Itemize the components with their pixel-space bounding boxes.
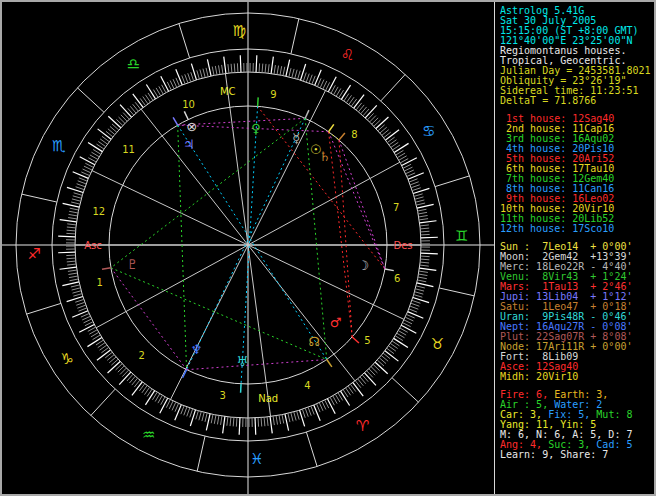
degree-tick (69, 211, 78, 213)
degree-tick (68, 270, 77, 271)
degree-tick (415, 197, 424, 199)
degree-tick (191, 72, 194, 81)
degree-tick (421, 237, 438, 238)
degree-tick (303, 73, 306, 82)
degree-tick (175, 405, 182, 421)
degree-tick (79, 178, 87, 181)
degree-tick (63, 203, 80, 207)
degree-tick (181, 406, 184, 414)
degree-tick (188, 73, 191, 81)
sign-glyph-gemini: ♊ (455, 227, 468, 245)
degree-tick (317, 78, 321, 86)
sign-glyph-capricorn: ♑ (60, 350, 73, 368)
degree-tick (175, 403, 179, 411)
sign-glyph-scorpio: ♏ (52, 137, 66, 155)
planet-tick-mercury (305, 110, 309, 118)
degree-tick (81, 314, 89, 318)
degree-tick (84, 166, 92, 170)
degree-tick (264, 417, 265, 426)
degree-tick (67, 261, 76, 262)
degree-tick (73, 172, 89, 179)
degree-tick (315, 70, 322, 86)
degree-tick (72, 311, 88, 317)
degree-tick (224, 57, 226, 74)
sign-divider (22, 194, 57, 202)
degree-tick (203, 69, 205, 78)
planet-tick-venus (258, 97, 259, 106)
degree-tick (221, 416, 222, 425)
degree-tick (258, 418, 259, 427)
degree-tick (271, 57, 273, 74)
sign-divider (27, 303, 61, 314)
degree-tick (69, 276, 78, 278)
info-sidebar: Astrolog 5.41GSat 30 July 200515:15:00 (… (494, 2, 654, 494)
degree-tick (66, 255, 75, 256)
chart-statistics-block: Fire: 6, Earth: 3,Air : 5, Water: 2Car: … (500, 390, 654, 460)
sign-divider (179, 24, 190, 58)
degree-tick (205, 413, 207, 422)
degree-tick (69, 214, 78, 216)
degree-tick (320, 80, 324, 88)
degree-tick (297, 411, 300, 420)
angle-label-nad: Nad (258, 393, 278, 404)
house-cusp-row: 12th house: 17Sco10 (500, 224, 654, 234)
degree-tick (408, 312, 424, 319)
degree-tick (161, 76, 169, 91)
degree-tick (306, 74, 309, 82)
degree-tick (173, 79, 177, 87)
house-cusp-line-10 (225, 73, 248, 245)
degree-tick (404, 320, 412, 324)
degree-tick (81, 172, 89, 176)
degree-tick (411, 303, 419, 306)
degree-tick (207, 59, 211, 76)
stat-segment: Mut: 8 (596, 409, 632, 420)
degree-tick (418, 212, 427, 214)
degree-tick (227, 417, 228, 426)
degree-tick (76, 187, 85, 190)
degree-tick (187, 408, 190, 416)
degree-tick (406, 314, 414, 318)
sign-divider (291, 19, 299, 54)
degree-tick (83, 169, 91, 173)
planet-glyph-uranus: ♅ (236, 354, 248, 369)
degree-tick (286, 60, 290, 77)
house-cusp-line-9 (248, 90, 326, 245)
degree-tick (323, 81, 327, 89)
degree-tick (72, 288, 81, 290)
degree-tick (73, 294, 82, 297)
degree-tick (62, 282, 79, 286)
degree-tick (408, 173, 424, 179)
header-line: DeltaT = 71.8766 (500, 96, 654, 106)
degree-tick (256, 55, 257, 72)
degree-tick (416, 286, 425, 288)
degree-tick (419, 274, 428, 276)
angle-label-asc: Asc (84, 240, 102, 251)
degree-tick (420, 259, 429, 260)
house-cusp-line-12 (92, 171, 248, 245)
degree-tick (419, 215, 428, 216)
degree-tick (67, 227, 76, 228)
degree-tick (294, 412, 296, 421)
degree-tick (68, 218, 77, 219)
degree-tick (421, 253, 438, 254)
degree-tick (283, 67, 285, 76)
degree-tick (414, 295, 423, 298)
degree-tick (311, 406, 314, 414)
degree-tick (172, 402, 176, 410)
sign-glyph-sagittarius: ♐ (27, 245, 40, 263)
degree-tick (420, 225, 429, 226)
degree-tick (75, 299, 84, 302)
degree-tick (319, 403, 323, 411)
degree-tick (233, 417, 234, 426)
degree-tick (72, 199, 81, 201)
degree-tick (197, 70, 200, 79)
degree-tick (298, 71, 301, 80)
house-number-10: 10 (182, 99, 195, 110)
house-cusp-list: 1st house: 12Sag40 2nd house: 11Cap16 3r… (500, 114, 654, 234)
degree-tick (223, 416, 225, 433)
degree-tick (71, 285, 80, 287)
sign-glyph-libra: ♎ (127, 55, 140, 73)
degree-tick (74, 193, 83, 196)
degree-tick (77, 184, 85, 187)
angle-label-mc: MC (220, 86, 236, 97)
